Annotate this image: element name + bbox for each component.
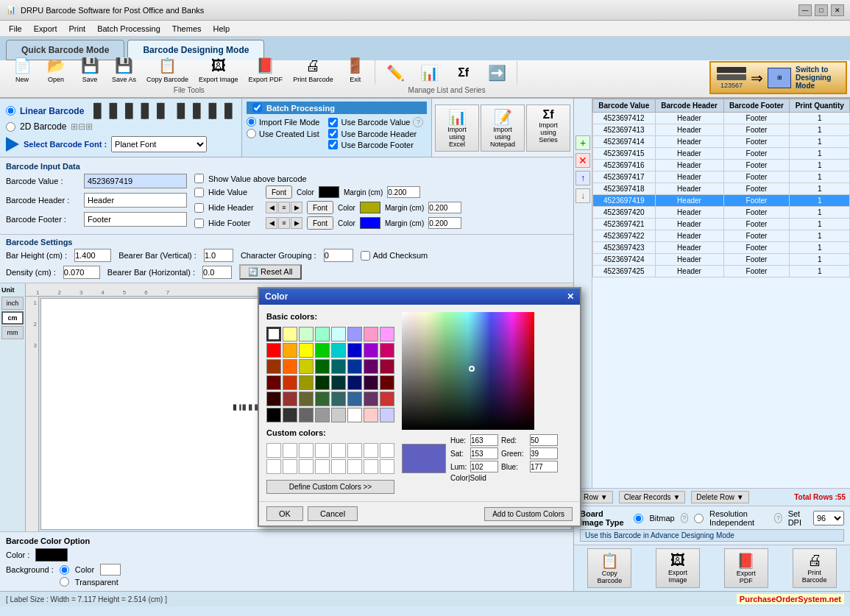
cancel-button[interactable]: Cancel [308,506,358,521]
custom-color-cell[interactable] [266,443,281,458]
basic-color-cell[interactable] [266,408,281,422]
basic-color-cell[interactable] [331,375,346,390]
hue-input[interactable] [470,434,498,446]
basic-color-cell[interactable] [380,359,394,374]
lum-input[interactable] [470,461,498,472]
custom-color-cell[interactable] [331,459,346,474]
basic-color-cell[interactable] [283,408,297,422]
red-input[interactable] [530,434,558,446]
hue-label: Hue: [450,436,468,445]
basic-color-cell[interactable] [347,392,362,406]
green-input[interactable] [530,447,558,459]
green-label: Green: [501,450,528,458]
blue-label: Blue: [501,463,528,471]
custom-color-cell[interactable] [331,443,346,458]
sat-label: Sat: [450,450,468,458]
basic-color-cell[interactable] [380,327,394,341]
custom-color-cell[interactable] [283,443,297,458]
basic-color-cell[interactable] [315,392,330,406]
basic-color-cell[interactable] [266,375,281,390]
basic-color-cell[interactable] [347,359,362,374]
basic-color-cell[interactable] [331,359,346,374]
basic-color-cell[interactable] [299,343,314,358]
color-dialog-close-icon[interactable]: ✕ [567,291,574,302]
color-dialog-title-text: Color [265,291,288,302]
basic-color-cell[interactable] [315,408,330,422]
blue-input[interactable] [530,461,558,472]
basic-color-cell[interactable] [299,375,314,390]
custom-color-cell[interactable] [299,459,314,474]
basic-color-cell[interactable] [331,408,346,422]
basic-color-cell[interactable] [347,343,362,358]
custom-color-cell[interactable] [364,443,378,458]
basic-color-cell[interactable] [299,408,314,422]
basic-color-cell[interactable] [315,343,330,358]
basic-color-cell[interactable] [380,392,394,406]
custom-color-grid [266,443,394,474]
custom-color-cell[interactable] [380,443,394,458]
basic-color-cell[interactable] [299,359,314,374]
basic-color-cell[interactable] [283,343,297,358]
custom-color-cell[interactable] [347,459,362,474]
lum-label: Lum: [450,463,468,471]
color-dialog-footer: OK Cancel Add to Custom Colors [259,501,580,525]
basic-color-cell[interactable] [347,375,362,390]
custom-color-cell[interactable] [299,443,314,458]
custom-color-cell[interactable] [380,459,394,474]
custom-color-cell[interactable] [315,459,330,474]
basic-color-cell[interactable] [380,375,394,390]
custom-color-cell[interactable] [266,459,281,474]
basic-color-grid [266,327,394,422]
basic-color-cell[interactable] [283,375,297,390]
basic-color-cell[interactable] [364,392,378,406]
basic-color-cell[interactable] [380,343,394,358]
basic-color-cell[interactable] [364,375,378,390]
custom-color-cell[interactable] [347,443,362,458]
sat-input[interactable] [470,447,498,459]
basic-color-cell[interactable] [364,343,378,358]
basic-color-cell[interactable] [315,375,330,390]
selected-color-preview [402,444,446,473]
basic-color-cell[interactable] [283,359,297,374]
basic-color-cell[interactable] [331,392,346,406]
color-spectrum[interactable] [402,312,534,430]
basic-color-cell[interactable] [364,327,378,341]
custom-colors-label: Custom colors: [266,428,394,437]
red-label: Red: [501,436,528,445]
basic-color-cell[interactable] [266,359,281,374]
basic-colors-label: Basic colors: [266,312,394,321]
basic-color-cell[interactable] [266,327,281,341]
add-to-custom-colors-button[interactable]: Add to Custom Colors [484,507,573,521]
basic-color-cell[interactable] [364,359,378,374]
basic-color-cell[interactable] [347,408,362,422]
basic-color-cell[interactable] [315,359,330,374]
define-custom-colors-button[interactable]: Define Custom Colors >> [266,480,394,494]
color-solid-label: Color|Solid [450,474,558,482]
basic-color-cell[interactable] [283,327,297,341]
basic-color-cell[interactable] [347,327,362,341]
color-dialog: Color ✕ Basic colors: Custom colors: Def… [258,287,581,527]
basic-color-cell[interactable] [299,392,314,406]
custom-color-cell[interactable] [283,459,297,474]
color-swatches-panel: Basic colors: Custom colors: Define Cust… [266,312,394,494]
custom-color-cell[interactable] [364,459,378,474]
color-dialog-content: Basic colors: Custom colors: Define Cust… [259,305,580,501]
basic-color-cell[interactable] [266,343,281,358]
basic-color-cell[interactable] [380,408,394,422]
basic-color-cell[interactable] [331,327,346,341]
basic-color-cell[interactable] [299,327,314,341]
color-dialog-title: Color ✕ [259,288,580,305]
basic-color-cell[interactable] [266,392,281,406]
basic-color-cell[interactable] [364,408,378,422]
basic-color-cell[interactable] [315,327,330,341]
custom-color-cell[interactable] [315,443,330,458]
color-spectrum-panel: Hue: Sat: Lum: [402,312,558,494]
basic-color-cell[interactable] [331,343,346,358]
color-dialog-overlay: Color ✕ Basic colors: Custom colors: Def… [0,0,850,616]
basic-color-cell[interactable] [283,392,297,406]
ok-button[interactable]: OK [266,506,303,521]
